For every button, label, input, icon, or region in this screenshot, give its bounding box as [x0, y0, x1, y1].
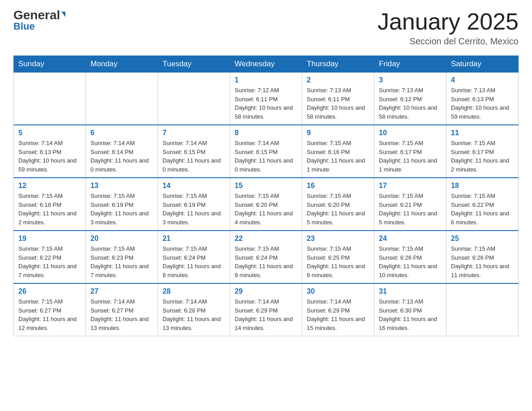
logo: General Blue	[13, 9, 65, 32]
day-info: Sunrise: 7:15 AMSunset: 6:22 PMDaylight:…	[18, 244, 81, 279]
day-number: 25	[451, 235, 514, 243]
day-number: 1	[235, 76, 297, 84]
day-info: Sunrise: 7:15 AMSunset: 6:27 PMDaylight:…	[18, 297, 81, 332]
calendar-cell: 19Sunrise: 7:15 AMSunset: 6:22 PMDayligh…	[14, 231, 86, 283]
day-info: Sunrise: 7:15 AMSunset: 6:19 PMDaylight:…	[90, 192, 153, 227]
calendar-cell: 27Sunrise: 7:14 AMSunset: 6:27 PMDayligh…	[86, 283, 158, 336]
day-info: Sunrise: 7:13 AMSunset: 6:11 PMDaylight:…	[307, 86, 369, 121]
day-number: 10	[379, 129, 442, 137]
day-number: 11	[451, 129, 514, 137]
calendar-cell: 1Sunrise: 7:12 AMSunset: 6:11 PMDaylight…	[230, 73, 302, 125]
calendar-cell	[14, 73, 86, 125]
day-number: 31	[379, 287, 442, 295]
calendar-cell: 10Sunrise: 7:15 AMSunset: 6:17 PMDayligh…	[374, 125, 446, 178]
day-info: Sunrise: 7:15 AMSunset: 6:23 PMDaylight:…	[90, 244, 153, 279]
logo-arrow-icon	[61, 12, 65, 17]
day-info: Sunrise: 7:12 AMSunset: 6:11 PMDaylight:…	[235, 86, 297, 121]
header-friday: Friday	[374, 56, 446, 73]
day-info: Sunrise: 7:14 AMSunset: 6:27 PMDaylight:…	[90, 297, 153, 332]
header-thursday: Thursday	[302, 56, 374, 73]
calendar-cell: 11Sunrise: 7:15 AMSunset: 6:17 PMDayligh…	[446, 125, 519, 178]
day-info: Sunrise: 7:14 AMSunset: 6:29 PMDaylight:…	[235, 297, 297, 332]
day-number: 3	[379, 76, 442, 84]
calendar-cell: 4Sunrise: 7:13 AMSunset: 6:13 PMDaylight…	[446, 73, 519, 125]
day-info: Sunrise: 7:15 AMSunset: 6:21 PMDaylight:…	[379, 192, 442, 227]
day-number: 6	[90, 129, 153, 137]
day-info: Sunrise: 7:14 AMSunset: 6:28 PMDaylight:…	[163, 297, 225, 332]
day-info: Sunrise: 7:14 AMSunset: 6:29 PMDaylight:…	[307, 297, 369, 332]
day-info: Sunrise: 7:15 AMSunset: 6:24 PMDaylight:…	[163, 244, 225, 279]
day-number: 27	[90, 287, 153, 295]
logo-general-text: General	[13, 9, 60, 21]
day-number: 18	[451, 182, 514, 190]
day-number: 20	[90, 235, 153, 243]
calendar-cell: 3Sunrise: 7:13 AMSunset: 6:12 PMDaylight…	[374, 73, 446, 125]
calendar-cell	[86, 73, 158, 125]
month-title: January 2025	[378, 9, 519, 34]
day-number: 12	[18, 182, 81, 190]
calendar-week-row: 1Sunrise: 7:12 AMSunset: 6:11 PMDaylight…	[14, 73, 519, 125]
day-info: Sunrise: 7:13 AMSunset: 6:12 PMDaylight:…	[379, 86, 442, 121]
calendar-cell: 7Sunrise: 7:14 AMSunset: 6:15 PMDaylight…	[158, 125, 230, 178]
day-number: 7	[163, 129, 225, 137]
day-number: 19	[18, 235, 81, 243]
calendar-cell: 14Sunrise: 7:15 AMSunset: 6:19 PMDayligh…	[158, 178, 230, 231]
calendar-cell: 2Sunrise: 7:13 AMSunset: 6:11 PMDaylight…	[302, 73, 374, 125]
day-info: Sunrise: 7:15 AMSunset: 6:17 PMDaylight:…	[451, 139, 514, 174]
day-number: 5	[18, 129, 81, 137]
day-info: Sunrise: 7:15 AMSunset: 6:26 PMDaylight:…	[451, 244, 514, 279]
calendar-cell: 26Sunrise: 7:15 AMSunset: 6:27 PMDayligh…	[14, 283, 86, 336]
day-info: Sunrise: 7:14 AMSunset: 6:15 PMDaylight:…	[163, 139, 225, 174]
calendar-cell: 22Sunrise: 7:15 AMSunset: 6:24 PMDayligh…	[230, 231, 302, 283]
day-number: 26	[18, 287, 81, 295]
calendar-week-row: 26Sunrise: 7:15 AMSunset: 6:27 PMDayligh…	[14, 283, 519, 336]
day-number: 8	[235, 129, 297, 137]
calendar-cell: 30Sunrise: 7:14 AMSunset: 6:29 PMDayligh…	[302, 283, 374, 336]
day-info: Sunrise: 7:13 AMSunset: 6:30 PMDaylight:…	[379, 297, 442, 332]
day-number: 21	[163, 235, 225, 243]
day-info: Sunrise: 7:15 AMSunset: 6:24 PMDaylight:…	[235, 244, 297, 279]
calendar-cell: 12Sunrise: 7:15 AMSunset: 6:18 PMDayligh…	[14, 178, 86, 231]
page-header: General Blue January 2025 Seccion del Ce…	[13, 9, 519, 47]
day-info: Sunrise: 7:15 AMSunset: 6:22 PMDaylight:…	[451, 192, 514, 227]
day-number: 15	[235, 182, 297, 190]
calendar-cell: 9Sunrise: 7:15 AMSunset: 6:16 PMDaylight…	[302, 125, 374, 178]
day-info: Sunrise: 7:15 AMSunset: 6:16 PMDaylight:…	[307, 139, 369, 174]
calendar-cell: 20Sunrise: 7:15 AMSunset: 6:23 PMDayligh…	[86, 231, 158, 283]
day-number: 2	[307, 76, 369, 84]
day-number: 23	[307, 235, 369, 243]
calendar-cell	[158, 73, 230, 125]
calendar-cell: 29Sunrise: 7:14 AMSunset: 6:29 PMDayligh…	[230, 283, 302, 336]
calendar-cell: 18Sunrise: 7:15 AMSunset: 6:22 PMDayligh…	[446, 178, 519, 231]
day-info: Sunrise: 7:14 AMSunset: 6:14 PMDaylight:…	[90, 139, 153, 174]
day-number: 24	[379, 235, 442, 243]
calendar-cell: 13Sunrise: 7:15 AMSunset: 6:19 PMDayligh…	[86, 178, 158, 231]
day-info: Sunrise: 7:15 AMSunset: 6:26 PMDaylight:…	[379, 244, 442, 279]
header-sunday: Sunday	[14, 56, 86, 73]
calendar-table: Sunday Monday Tuesday Wednesday Thursday…	[13, 56, 519, 336]
header-saturday: Saturday	[446, 56, 519, 73]
header-wednesday: Wednesday	[230, 56, 302, 73]
calendar-cell: 5Sunrise: 7:14 AMSunset: 6:13 PMDaylight…	[14, 125, 86, 178]
day-info: Sunrise: 7:15 AMSunset: 6:18 PMDaylight:…	[18, 192, 81, 227]
calendar-cell	[446, 283, 519, 336]
calendar-cell: 8Sunrise: 7:14 AMSunset: 6:15 PMDaylight…	[230, 125, 302, 178]
calendar-cell: 17Sunrise: 7:15 AMSunset: 6:21 PMDayligh…	[374, 178, 446, 231]
day-number: 30	[307, 287, 369, 295]
day-info: Sunrise: 7:15 AMSunset: 6:17 PMDaylight:…	[379, 139, 442, 174]
day-info: Sunrise: 7:15 AMSunset: 6:19 PMDaylight:…	[163, 192, 225, 227]
location-subtitle: Seccion del Cerrito, Mexico	[378, 36, 519, 47]
calendar-cell: 25Sunrise: 7:15 AMSunset: 6:26 PMDayligh…	[446, 231, 519, 283]
day-number: 9	[307, 129, 369, 137]
day-info: Sunrise: 7:13 AMSunset: 6:13 PMDaylight:…	[451, 86, 514, 121]
calendar-header-row: Sunday Monday Tuesday Wednesday Thursday…	[14, 56, 519, 73]
day-number: 17	[379, 182, 442, 190]
calendar-cell: 28Sunrise: 7:14 AMSunset: 6:28 PMDayligh…	[158, 283, 230, 336]
calendar-cell: 6Sunrise: 7:14 AMSunset: 6:14 PMDaylight…	[86, 125, 158, 178]
day-info: Sunrise: 7:15 AMSunset: 6:25 PMDaylight:…	[307, 244, 369, 279]
day-number: 28	[163, 287, 225, 295]
calendar-week-row: 19Sunrise: 7:15 AMSunset: 6:22 PMDayligh…	[14, 231, 519, 283]
logo-blue-text: Blue	[13, 21, 35, 32]
title-block: January 2025 Seccion del Cerrito, Mexico	[378, 9, 519, 47]
calendar-cell: 31Sunrise: 7:13 AMSunset: 6:30 PMDayligh…	[374, 283, 446, 336]
